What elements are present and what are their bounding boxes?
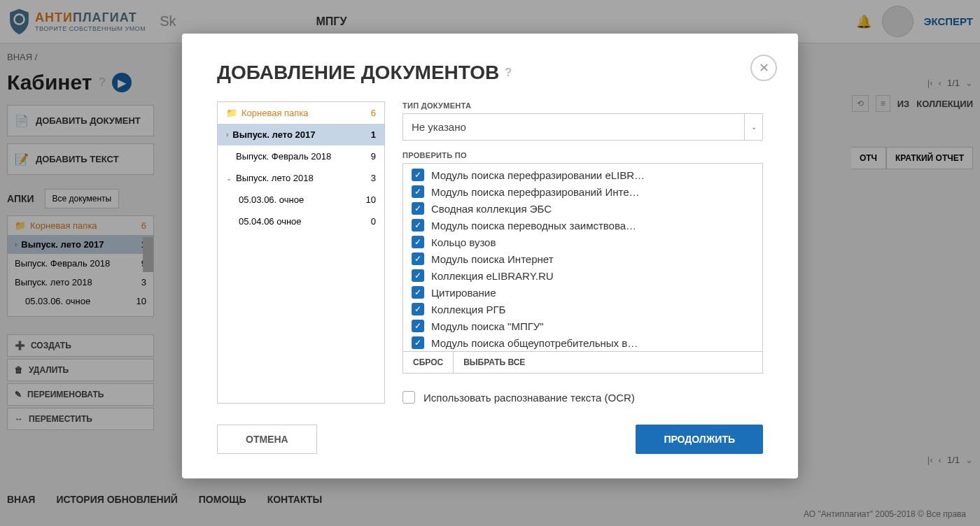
checkbox-checked-icon[interactable]: ✓ [412, 336, 424, 349]
ocr-label: Использовать распознавание текста (OCR) [424, 392, 635, 404]
module-item[interactable]: ✓Модуль поиска Интернет [403, 250, 762, 267]
close-icon[interactable]: ✕ [750, 55, 777, 81]
chevron-right-icon: › [226, 131, 228, 138]
module-item[interactable]: ✓Цитирование [403, 284, 762, 301]
add-documents-modal: ✕ ДОБАВЛЕНИЕ ДОКУМЕНТОВ? 📁Корневая папка… [182, 34, 798, 478]
chevron-down-icon[interactable]: ⌄ [744, 114, 762, 140]
checkbox-checked-icon[interactable]: ✓ [412, 253, 424, 265]
module-item[interactable]: ✓Модуль поиска перефразировании eLIBR… [403, 166, 762, 183]
checkbox-checked-icon[interactable]: ✓ [412, 185, 424, 198]
doctype-label: ТИП ДОКУМЕНТА [402, 101, 763, 110]
checkbox-checked-icon[interactable]: ✓ [412, 202, 424, 215]
cancel-button[interactable]: ОТМЕНА [217, 425, 317, 454]
folder-item[interactable]: ⌄Выпуск. лето 20183 [218, 167, 384, 189]
checkbox-checked-icon[interactable]: ✓ [412, 219, 424, 232]
folder-root[interactable]: 📁Корневая папка6 [218, 102, 384, 124]
ocr-checkbox[interactable] [402, 391, 415, 404]
checkbox-checked-icon[interactable]: ✓ [412, 303, 424, 315]
modal-folder-tree: 📁Корневая папка6 ›Выпуск. лето 20171 Вып… [217, 101, 385, 404]
checkbox-checked-icon[interactable]: ✓ [412, 236, 424, 248]
continue-button[interactable]: ПРОДОЛЖИТЬ [636, 425, 763, 454]
modal-overlay: ✕ ДОБАВЛЕНИЕ ДОКУМЕНТОВ? 📁Корневая папка… [0, 0, 980, 526]
reset-button[interactable]: СБРОС [403, 352, 454, 373]
chevron-down-icon: ⌄ [226, 174, 232, 182]
modal-title: ДОБАВЛЕНИЕ ДОКУМЕНТОВ [217, 62, 499, 84]
help-icon[interactable]: ? [505, 66, 512, 79]
select-all-button[interactable]: ВЫБРАТЬ ВСЕ [454, 352, 535, 373]
module-item[interactable]: ✓Коллекция РГБ [403, 301, 762, 318]
folder-icon: 📁 [226, 108, 237, 118]
module-item[interactable]: ✓Сводная коллекция ЭБС [403, 200, 762, 217]
checkbox-checked-icon[interactable]: ✓ [412, 320, 424, 332]
module-item[interactable]: ✓Кольцо вузов [403, 234, 762, 250]
modules-list: ✓Модуль поиска перефразировании eLIBR… ✓… [402, 163, 763, 352]
module-item[interactable]: ✓Модуль поиска переводных заимствова… [403, 217, 762, 234]
folder-item[interactable]: 05.03.06. очное10 [218, 189, 384, 211]
folder-item[interactable]: Выпуск. Февраль 20189 [218, 145, 384, 167]
module-item[interactable]: ✓Коллекция eLIBRARY.RU [403, 267, 762, 284]
module-item[interactable]: ✓Модуль поиска общеупотребительных в… [403, 334, 762, 351]
check-label: ПРОВЕРИТЬ ПО [402, 151, 763, 159]
checkbox-checked-icon[interactable]: ✓ [412, 286, 424, 299]
folder-item[interactable]: ›Выпуск. лето 20171 [218, 124, 384, 145]
doctype-input[interactable] [403, 114, 744, 140]
doctype-select[interactable]: ⌄ [402, 113, 763, 141]
folder-item[interactable]: 05.04.06 очное0 [218, 211, 384, 232]
checkbox-checked-icon[interactable]: ✓ [412, 169, 424, 181]
checkbox-checked-icon[interactable]: ✓ [412, 269, 424, 282]
module-item[interactable]: ✓Модуль поиска перефразирований Инте… [403, 183, 762, 200]
module-item[interactable]: ✓Модуль поиска "МПГУ" [403, 318, 762, 334]
